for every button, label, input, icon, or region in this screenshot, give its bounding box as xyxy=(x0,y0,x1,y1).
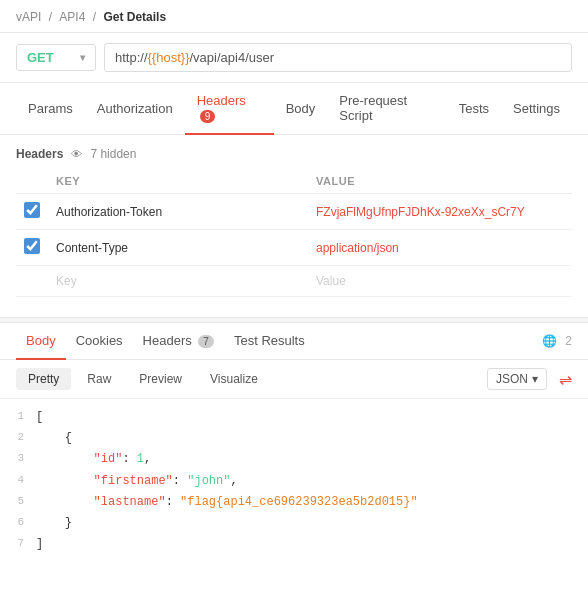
line-num-2: 2 xyxy=(0,429,36,448)
body-tabs-left: Body Cookies Headers 7 Test Results xyxy=(16,323,315,359)
row1-checkbox[interactable] xyxy=(24,202,40,218)
code-line-1: 1 [ xyxy=(0,407,588,428)
tab-body[interactable]: Body xyxy=(274,91,328,128)
code-area: 1 [ 2 { 3 "id": 1, 4 "firstname": "john"… xyxy=(0,399,588,563)
fmt-preview[interactable]: Preview xyxy=(127,368,194,390)
line-num-7: 7 xyxy=(0,535,36,554)
code-content-7: ] xyxy=(36,535,588,554)
code-line-2: 2 { xyxy=(0,428,588,449)
json-format-select[interactable]: JSON ▾ xyxy=(487,368,547,390)
row2-key[interactable]: Content-Type xyxy=(48,230,308,266)
row1-value[interactable]: FZvjaFlMgUfnpFJDhKx-92xeXx_sCr7Y xyxy=(308,194,572,230)
row2-value[interactable]: application/json xyxy=(308,230,572,266)
body-tabs-right: 🌐 2 xyxy=(542,334,572,348)
json-chevron-icon: ▾ xyxy=(532,372,538,386)
row2-checkbox[interactable] xyxy=(24,238,40,254)
table-row: Authorization-Token FZvjaFlMgUfnpFJDhKx-… xyxy=(16,194,572,230)
headers-table: KEY VALUE Authorization-Token FZvjaFlMgU… xyxy=(16,169,572,297)
response-count: 2 xyxy=(565,334,572,348)
body-tab-cookies[interactable]: Cookies xyxy=(66,323,133,360)
code-line-5: 5 "lastname": "flag{api4_ce696239323ea5b… xyxy=(0,492,588,513)
breadcrumb: vAPI / API4 / Get Details xyxy=(0,0,588,33)
code-line-6: 6 } xyxy=(0,513,588,534)
method-select[interactable]: GET ▾ xyxy=(16,44,96,71)
row3-check-cell xyxy=(16,266,48,297)
json-format-label: JSON xyxy=(496,372,528,386)
row3-value-placeholder[interactable]: Value xyxy=(308,266,572,297)
eye-icon[interactable]: 👁 xyxy=(71,148,82,160)
url-path: /vapi/api4/user xyxy=(189,50,274,65)
breadcrumb-api4[interactable]: API4 xyxy=(59,10,85,24)
body-tab-body[interactable]: Body xyxy=(16,323,66,360)
table-row: Content-Type application/json xyxy=(16,230,572,266)
tab-headers[interactable]: Headers 9 xyxy=(185,83,274,135)
fmt-visualize[interactable]: Visualize xyxy=(198,368,270,390)
main-tabs: Params Authorization Headers 9 Body Pre-… xyxy=(0,83,588,135)
code-content-3: "id": 1, xyxy=(36,450,588,469)
tab-authorization[interactable]: Authorization xyxy=(85,91,185,128)
line-num-3: 3 xyxy=(0,450,36,469)
wrap-lines-icon[interactable]: ⇌ xyxy=(559,370,572,389)
row1-check-cell[interactable] xyxy=(16,194,48,230)
code-content-2: { xyxy=(36,429,588,448)
code-line-7: 7 ] xyxy=(0,534,588,555)
row3-key-placeholder[interactable]: Key xyxy=(48,266,308,297)
row1-key[interactable]: Authorization-Token xyxy=(48,194,308,230)
code-content-5: "lastname": "flag{api4_ce696239323ea5b2d… xyxy=(36,493,588,512)
code-content-4: "firstname": "john", xyxy=(36,472,588,491)
globe-icon: 🌐 xyxy=(542,334,557,348)
tab-params[interactable]: Params xyxy=(16,91,85,128)
fmt-raw[interactable]: Raw xyxy=(75,368,123,390)
breadcrumb-current: Get Details xyxy=(103,10,166,24)
tab-settings[interactable]: Settings xyxy=(501,91,572,128)
table-row: Key Value xyxy=(16,266,572,297)
headers-section: Headers 👁 7 hidden KEY VALUE Authorizati… xyxy=(0,135,588,301)
hidden-count: 7 hidden xyxy=(90,147,136,161)
response-format-tabs: Pretty Raw Preview Visualize JSON ▾ ⇌ xyxy=(0,360,588,399)
url-bar: GET ▾ http://{{host}}/vapi/api4/user xyxy=(0,33,588,83)
headers-label: Headers 👁 7 hidden xyxy=(16,143,572,165)
body-tabs: Body Cookies Headers 7 Test Results 🌐 2 xyxy=(0,323,588,360)
method-label: GET xyxy=(27,50,54,65)
breadcrumb-vapi[interactable]: vAPI xyxy=(16,10,41,24)
url-input[interactable]: http://{{host}}/vapi/api4/user xyxy=(104,43,572,72)
tab-tests[interactable]: Tests xyxy=(447,91,501,128)
body-tab-headers[interactable]: Headers 7 xyxy=(133,323,224,360)
col-value: VALUE xyxy=(308,169,572,194)
code-content-1: [ xyxy=(36,408,588,427)
headers-title: Headers xyxy=(16,147,63,161)
line-num-5: 5 xyxy=(0,493,36,512)
url-host: {{host}} xyxy=(148,50,190,65)
sep2: / xyxy=(93,10,100,24)
body-tab-test-results[interactable]: Test Results xyxy=(224,323,315,360)
row2-check-cell[interactable] xyxy=(16,230,48,266)
tab-pre-request[interactable]: Pre-request Script xyxy=(327,83,446,135)
headers-badge: 9 xyxy=(200,110,216,123)
method-chevron-icon: ▾ xyxy=(80,52,85,63)
sep1: / xyxy=(49,10,56,24)
line-num-6: 6 xyxy=(0,514,36,533)
col-check xyxy=(16,169,48,194)
code-line-4: 4 "firstname": "john", xyxy=(0,471,588,492)
code-content-6: } xyxy=(36,514,588,533)
line-num-4: 4 xyxy=(0,472,36,491)
line-num-1: 1 xyxy=(0,408,36,427)
headers-response-badge: 7 xyxy=(198,335,214,348)
url-prefix: http:// xyxy=(115,50,148,65)
code-line-3: 3 "id": 1, xyxy=(0,449,588,470)
fmt-pretty[interactable]: Pretty xyxy=(16,368,71,390)
col-key: KEY xyxy=(48,169,308,194)
